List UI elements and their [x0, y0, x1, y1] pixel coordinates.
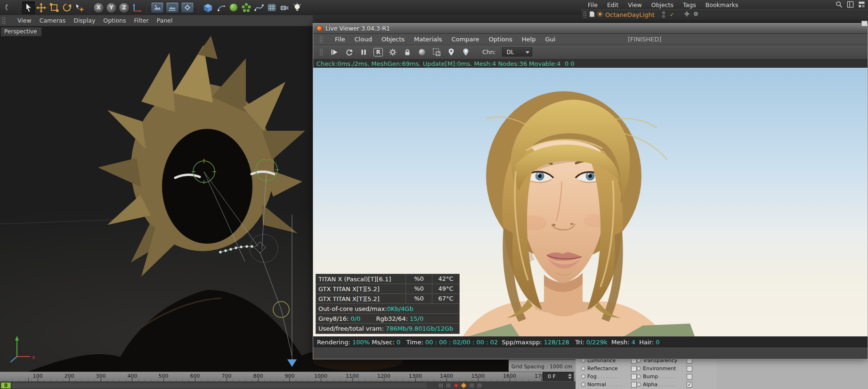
object-name[interactable]: OctaneDayLight: [605, 11, 655, 18]
rotate-tool-button[interactable]: [60, 1, 73, 14]
panel-grip-icon[interactable]: [583, 11, 587, 18]
lv-menu-options[interactable]: Options: [489, 36, 512, 43]
channel-normal[interactable]: Normal . . . . . .: [581, 381, 637, 388]
y-axis-button[interactable]: Y: [106, 2, 117, 13]
menu-file[interactable]: File: [588, 1, 598, 8]
lock-resolution-icon[interactable]: [402, 47, 413, 58]
refresh-render-icon[interactable]: [343, 47, 355, 58]
undo-icon[interactable]: [3, 1, 16, 14]
timeline-button[interactable]: [469, 383, 475, 388]
stats-text: Check:0ms./2ms. MeshGen:69ms. Update[M]:…: [316, 60, 575, 67]
viewport-menu-panel[interactable]: Panel: [157, 17, 173, 24]
render-settings-button[interactable]: [181, 2, 194, 13]
channel-alpha[interactable]: Alpha . . . . . . ✓: [637, 381, 692, 388]
focus-picker-icon[interactable]: [460, 47, 471, 58]
viewport-menu-display[interactable]: Display: [73, 17, 95, 24]
toolbar-grip-icon[interactable]: [319, 48, 323, 56]
current-frame-field[interactable]: 0 F: [543, 372, 574, 381]
menu-bookmarks[interactable]: Bookmarks: [706, 1, 738, 8]
channel-checkbox[interactable]: ✓: [687, 382, 692, 388]
interface-icon[interactable]: [847, 1, 854, 10]
channel-checkbox[interactable]: [687, 366, 692, 372]
add-primitive-button[interactable]: [227, 1, 240, 14]
channel-transparency[interactable]: Transparency: [637, 359, 692, 364]
z-axis-button[interactable]: Z: [119, 2, 130, 13]
lv-menu-objects[interactable]: Objects: [381, 36, 405, 43]
grid-panel-button[interactable]: [265, 1, 278, 14]
window-corner-button[interactable]: [861, 21, 868, 26]
settings-tag-icon[interactable]: [693, 11, 699, 18]
pause-render-icon[interactable]: [358, 47, 369, 58]
scale-tool-button[interactable]: [48, 1, 60, 14]
menu-tags[interactable]: Tags: [683, 1, 696, 8]
render-view-button[interactable]: [151, 2, 164, 13]
timeline-button[interactable]: [477, 383, 482, 388]
lv-menu-materials[interactable]: Materials: [414, 36, 442, 43]
menu-view[interactable]: View: [628, 1, 642, 8]
region-render-icon[interactable]: [431, 47, 442, 58]
channel-checkbox[interactable]: [687, 359, 692, 364]
viewport-menu-view[interactable]: View: [17, 17, 32, 24]
channel-environment[interactable]: Environment: [637, 365, 692, 372]
lv-menu-compare[interactable]: Compare: [452, 36, 479, 43]
live-viewer-titlebar[interactable]: Live Viewer 3.04.3-R1: [313, 24, 868, 34]
x-axis-button[interactable]: X: [93, 2, 104, 13]
menu-edit[interactable]: Edit: [607, 1, 618, 8]
keyframe-icon[interactable]: [461, 382, 467, 389]
material-ball-icon[interactable]: [416, 47, 428, 58]
lv-menu-cloud[interactable]: Cloud: [355, 36, 372, 43]
coordinate-system-button[interactable]: [130, 1, 143, 14]
menu-objects[interactable]: Objects: [651, 1, 673, 8]
channel-checkbox[interactable]: [631, 359, 637, 364]
select-tool-button[interactable]: [22, 1, 35, 14]
timeline-playhead[interactable]: 0: [1, 382, 11, 389]
lv-menu-file[interactable]: File: [335, 36, 345, 43]
layout-icon[interactable]: [858, 1, 865, 10]
viewport-menu-options[interactable]: Options: [103, 17, 126, 24]
channel-checkbox[interactable]: [631, 366, 637, 372]
move-tool-button[interactable]: [35, 1, 48, 14]
search-icon[interactable]: [836, 1, 843, 10]
channel-bump[interactable]: Bump . . . . . .: [637, 373, 692, 380]
timeline-track[interactable]: [12, 383, 427, 388]
grid-spacing-text: Grid Spacing : 1000 cm: [511, 364, 572, 370]
viewport-grip-icon[interactable]: [2, 17, 6, 24]
channel-luminance[interactable]: Luminance: [581, 359, 637, 364]
pen-spline-button[interactable]: [214, 1, 227, 14]
channel-checkbox[interactable]: [631, 382, 637, 388]
viewport-menu-filter[interactable]: Filter: [134, 17, 149, 24]
channel-checkbox[interactable]: [631, 374, 637, 380]
material-picker-icon[interactable]: [446, 47, 457, 58]
record-icon[interactable]: [454, 383, 458, 388]
restart-render-icon[interactable]: [329, 47, 340, 58]
spline-button[interactable]: [252, 1, 265, 14]
reset-render-icon[interactable]: R: [373, 47, 384, 58]
grey-value: 0/0: [351, 315, 361, 322]
enable-check-icon[interactable]: ✓: [670, 11, 674, 18]
timeline-button[interactable]: [438, 383, 444, 388]
render-picture-viewer-button[interactable]: [166, 2, 179, 13]
lv-menu-help[interactable]: Help: [522, 36, 536, 43]
light-button[interactable]: [291, 1, 303, 14]
menubar-grip-icon[interactable]: [319, 36, 323, 43]
main-menubar: File Edit View Objects Tags Bookmarks: [588, 0, 738, 9]
settings-gear-icon[interactable]: [387, 47, 398, 58]
channel-fog[interactable]: Fog . . . . . . . .: [581, 373, 637, 380]
daylight-tag-icon[interactable]: [684, 11, 690, 18]
add-cube-button[interactable]: [202, 1, 214, 14]
render-view[interactable]: TITAN X (Pascal)[T][6.1] %0 42°C GTX TIT…: [313, 68, 868, 336]
viewport-label[interactable]: Perspective: [1, 27, 41, 36]
dotted-leader: . . . . . .: [659, 374, 685, 379]
camera-button[interactable]: [278, 1, 291, 14]
mograph-button[interactable]: [240, 1, 252, 14]
lv-menu-gui[interactable]: Gui: [545, 36, 555, 43]
timeline-ruler[interactable]: 100 200 300 400 500 600 700 800 900 1000…: [0, 372, 576, 381]
frame-spinner[interactable]: [568, 373, 572, 379]
visibility-toggles[interactable]: [662, 11, 665, 18]
viewport-menu-cameras[interactable]: Cameras: [40, 17, 66, 24]
channel-reflectance[interactable]: Reflectance: [581, 365, 637, 372]
channel-dropdown[interactable]: DL: [502, 48, 532, 56]
timeline-button[interactable]: [446, 383, 451, 388]
channel-checkbox[interactable]: [687, 374, 692, 380]
last-tool-button[interactable]: [73, 1, 86, 14]
